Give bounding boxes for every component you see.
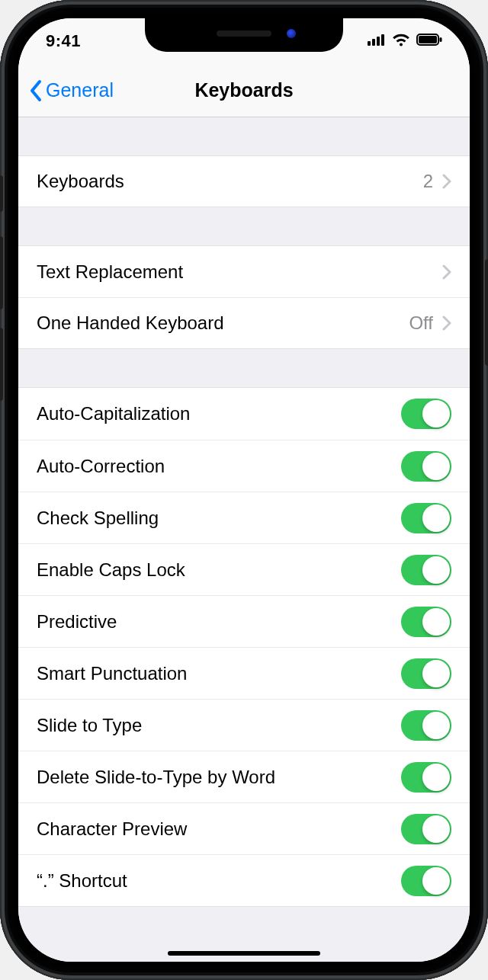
toggle-switch[interactable] [401, 503, 451, 533]
text-replacement-label: Text Replacement [37, 261, 183, 283]
toggle-label: Auto-Correction [37, 456, 165, 477]
svg-rect-1 [372, 39, 375, 46]
toggle-row: “.” Shortcut [18, 854, 470, 906]
toggle-label: Check Spelling [37, 508, 159, 529]
group-gap [18, 207, 470, 245]
toggle-row: Slide to Type [18, 699, 470, 751]
keyboards-label: Keyboards [37, 171, 124, 192]
svg-rect-6 [440, 37, 442, 42]
chevron-right-icon [442, 315, 451, 331]
notch [145, 18, 343, 52]
toggle-row: Enable Caps Lock [18, 543, 470, 595]
group-gap [18, 117, 470, 155]
cellular-signal-icon [368, 34, 386, 49]
keyboards-count: 2 [423, 171, 436, 192]
volume-up-button [0, 236, 3, 309]
switch-knob [422, 660, 450, 687]
chevron-left-icon [29, 79, 43, 102]
toggle-label: Character Preview [37, 818, 187, 840]
volume-down-button [0, 328, 3, 401]
one-handed-value: Off [409, 312, 436, 334]
back-label: General [46, 79, 114, 101]
svg-rect-3 [381, 34, 384, 46]
switch-knob [422, 608, 450, 636]
toggle-switch[interactable] [401, 607, 451, 637]
svg-rect-5 [419, 36, 437, 43]
toggle-label: Delete Slide-to-Type by Word [37, 767, 275, 788]
toggle-label: Auto-Capitalization [37, 403, 190, 424]
toggle-label: “.” Shortcut [37, 870, 127, 892]
keyboards-row[interactable]: Keyboards 2 [18, 155, 470, 207]
toggle-switch[interactable] [401, 658, 451, 689]
nav-bar: General Keyboards [18, 64, 470, 117]
back-button[interactable]: General [29, 64, 114, 117]
toggle-switch[interactable] [401, 451, 451, 482]
toggle-row: Smart Punctuation [18, 647, 470, 699]
switch-knob [422, 815, 450, 843]
settings-content[interactable]: Keyboards 2 Text Replacement One Handed … [18, 117, 470, 962]
toggle-switch[interactable] [401, 555, 451, 585]
switch-knob [422, 867, 450, 895]
toggle-row: Delete Slide-to-Type by Word [18, 751, 470, 802]
toggle-label: Smart Punctuation [37, 663, 187, 684]
chevron-right-icon [442, 174, 451, 189]
one-handed-keyboard-row[interactable]: One Handed Keyboard Off [18, 297, 470, 349]
screen: 9:41 [18, 18, 470, 962]
switch-knob [422, 712, 450, 739]
wifi-icon [392, 33, 410, 50]
side-button [485, 259, 488, 366]
text-replacement-row[interactable]: Text Replacement [18, 245, 470, 297]
one-handed-label: One Handed Keyboard [37, 312, 224, 334]
svg-rect-0 [368, 41, 371, 46]
svg-rect-2 [377, 37, 380, 46]
toggle-row: Predictive [18, 595, 470, 647]
switch-knob [422, 504, 450, 532]
toggle-row: Character Preview [18, 802, 470, 854]
speaker-grill [217, 30, 271, 37]
group-gap [18, 349, 470, 387]
toggle-row: Auto-Correction [18, 440, 470, 492]
switch-knob [422, 556, 450, 584]
toggle-switch[interactable] [401, 710, 451, 741]
page-title: Keyboards [194, 79, 293, 101]
toggle-label: Enable Caps Lock [37, 559, 185, 581]
device-frame: 9:41 [0, 0, 488, 980]
toggle-switch[interactable] [401, 814, 451, 844]
switch-knob [422, 764, 450, 791]
toggle-switch[interactable] [401, 762, 451, 793]
home-indicator[interactable] [168, 951, 320, 956]
toggle-label: Predictive [37, 611, 117, 633]
toggle-row: Auto-Capitalization [18, 388, 470, 440]
battery-icon [416, 34, 442, 49]
toggle-switch[interactable] [401, 866, 451, 896]
front-camera [287, 29, 296, 38]
status-time: 9:41 [46, 31, 81, 51]
toggle-label: Slide to Type [37, 715, 142, 736]
switch-knob [422, 453, 450, 480]
chevron-right-icon [442, 264, 451, 280]
mute-switch [0, 175, 3, 212]
toggle-list: Auto-CapitalizationAuto-CorrectionCheck … [18, 387, 470, 907]
switch-knob [422, 400, 450, 428]
toggle-switch[interactable] [401, 399, 451, 429]
toggle-row: Check Spelling [18, 492, 470, 543]
